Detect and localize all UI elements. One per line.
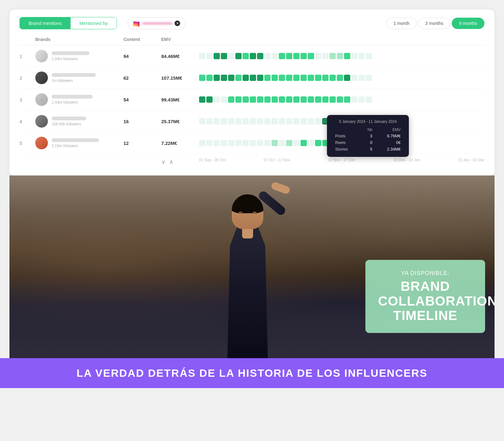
tab-mentioned-by[interactable]: Mentioned by bbox=[71, 17, 117, 29]
pagination: ∨ ∧ bbox=[161, 155, 199, 165]
timeline-2 bbox=[199, 75, 484, 81]
promo-box: YA DISPONIBLE: BRANDCOLLABORATIONTIMELIN… bbox=[365, 260, 485, 333]
content-4: 16 bbox=[123, 119, 161, 124]
col-brands: Brands bbox=[35, 37, 123, 42]
brand-name-3 bbox=[52, 95, 93, 99]
tooltip-header-emv: EMV bbox=[374, 127, 403, 133]
rank-5: 5 bbox=[20, 140, 35, 146]
rank-3: 3 bbox=[20, 97, 35, 102]
axis-label-1: 01 Sep - 06 Oct bbox=[199, 158, 226, 162]
axis-label-2: 07 Oct - 11 Nov bbox=[264, 158, 290, 162]
dropdown-arrow-icon: ▾ bbox=[175, 20, 180, 26]
emv-3: 99.43M€ bbox=[161, 97, 199, 102]
emv-5: 7.22M€ bbox=[161, 140, 199, 146]
table-header: Brands Content EMV bbox=[20, 37, 484, 45]
bottom-banner-text: LA VERDAD DETRÁS DE LA HISTORIA DE LOS I… bbox=[77, 367, 427, 379]
emv-1: 84.46M€ bbox=[161, 54, 199, 59]
table-row: 1 1.94m followers 94 84.46M€ bbox=[20, 45, 484, 67]
tab-brand-mentions[interactable]: Brand mentions bbox=[20, 17, 71, 29]
axis-label-5: 23 Jan - 01 Mar bbox=[458, 158, 484, 162]
brand-name-2 bbox=[52, 73, 96, 77]
brand-followers-2: 1m followers bbox=[52, 78, 96, 83]
table-row: 4 108.05k followers 16 25.37M€ 5 January… bbox=[20, 111, 484, 132]
tooltip-popup: 5 January 2024 - 11 January 2024 Nb EMV … bbox=[327, 115, 409, 157]
brand-info-5: 2.15m followers bbox=[35, 137, 123, 149]
brand-info-1: 1.94m followers bbox=[35, 50, 123, 62]
time-btn-6months[interactable]: 6 months bbox=[452, 18, 484, 29]
brand-avatar-1 bbox=[35, 50, 48, 62]
prev-page-btn[interactable]: ∨ bbox=[161, 158, 165, 165]
brand-info-3: ▪▪ 2.44m followers bbox=[35, 93, 123, 106]
emv-4: 25.37M€ bbox=[161, 119, 199, 124]
time-filter-group: 1 month 3 months 6 months bbox=[386, 18, 484, 29]
rank-4: 4 bbox=[20, 119, 35, 124]
brand-avatar-2 bbox=[35, 72, 48, 84]
top-bar: Brand mentions Mentioned by 📷 ●●●●●●●●●●… bbox=[20, 17, 484, 29]
tooltip-header-nb: Nb bbox=[360, 127, 374, 133]
next-page-btn[interactable]: ∧ bbox=[169, 158, 173, 165]
axis-label-3: 12 Nov - 17 Dec bbox=[328, 158, 355, 162]
promo-subtitle: YA DISPONIBLE: bbox=[378, 270, 472, 277]
brand-followers-3: 2.44m followers bbox=[52, 100, 93, 105]
brand-info-4: 108.05k followers bbox=[35, 115, 123, 128]
tooltip-row-stories: Stories 5 2.34M€ bbox=[333, 146, 403, 152]
content-1: 94 bbox=[123, 54, 161, 59]
brand-avatar-4 bbox=[35, 115, 48, 128]
time-btn-3months[interactable]: 3 months bbox=[418, 18, 451, 29]
brand-avatar-3: ▪▪ bbox=[35, 93, 48, 106]
timeline-1 bbox=[199, 53, 484, 59]
col-content: Content bbox=[123, 37, 161, 42]
instagram-username: ●●●●●●●●●●●● bbox=[142, 21, 172, 26]
brand-followers-4: 108.05k followers bbox=[52, 122, 86, 126]
timeline-4: 5 January 2024 - 11 January 2024 Nb EMV … bbox=[199, 118, 484, 124]
table-row: 3 ▪▪ 2.44m followers 54 99.43M€ bbox=[20, 89, 484, 111]
brand-name-5 bbox=[52, 138, 99, 142]
axis-label-4: 18 Dec - 22 Jan bbox=[393, 158, 420, 162]
table-row: 5 2.15m followers 12 7.22M€ bbox=[20, 132, 484, 154]
timeline-3 bbox=[199, 96, 484, 103]
instagram-filter[interactable]: 📷 ●●●●●●●●●●●● ▾ bbox=[128, 17, 186, 29]
bottom-banner: LA VERDAD DETRÁS DE LA HISTORIA DE LOS I… bbox=[0, 358, 504, 388]
brand-followers-1: 1.94m followers bbox=[52, 57, 89, 61]
content-3: 54 bbox=[123, 97, 161, 102]
brand-info-2: 1m followers bbox=[35, 72, 123, 84]
tab-group: Brand mentions Mentioned by bbox=[20, 17, 117, 29]
tooltip-date: 5 January 2024 - 11 January 2024 bbox=[333, 119, 403, 124]
movie-section: YA DISPONIBLE: BRANDCOLLABORATIONTIMELIN… bbox=[9, 175, 495, 358]
tooltip-row-posts: Posts 3 6.76M€ bbox=[333, 133, 403, 139]
table-row: 2 1m followers 62 107.15M€ bbox=[20, 67, 484, 89]
rank-1: 1 bbox=[20, 54, 35, 59]
content-2: 62 bbox=[123, 75, 161, 81]
tooltip-row-reels: Reels 0 0€ bbox=[333, 139, 403, 146]
emv-2: 107.15M€ bbox=[161, 75, 199, 81]
brand-name-4 bbox=[52, 117, 86, 120]
top-panel: Brand mentions Mentioned by 📷 ●●●●●●●●●●… bbox=[9, 9, 495, 175]
content-5: 12 bbox=[123, 140, 161, 146]
brand-followers-5: 2.15m followers bbox=[52, 144, 99, 148]
time-btn-1month[interactable]: 1 month bbox=[386, 18, 417, 29]
col-emv: EMV bbox=[161, 37, 199, 42]
brand-name-1 bbox=[52, 51, 89, 55]
instagram-icon: 📷 bbox=[133, 20, 140, 27]
promo-title: BRANDCOLLABORATIONTIMELINE bbox=[378, 279, 472, 323]
character-figure bbox=[203, 194, 292, 358]
brand-avatar-5 bbox=[35, 137, 48, 149]
tooltip-table: Nb EMV Posts 3 6.76M€ Reels 0 0€ Stori bbox=[333, 127, 403, 152]
rank-2: 2 bbox=[20, 75, 35, 81]
